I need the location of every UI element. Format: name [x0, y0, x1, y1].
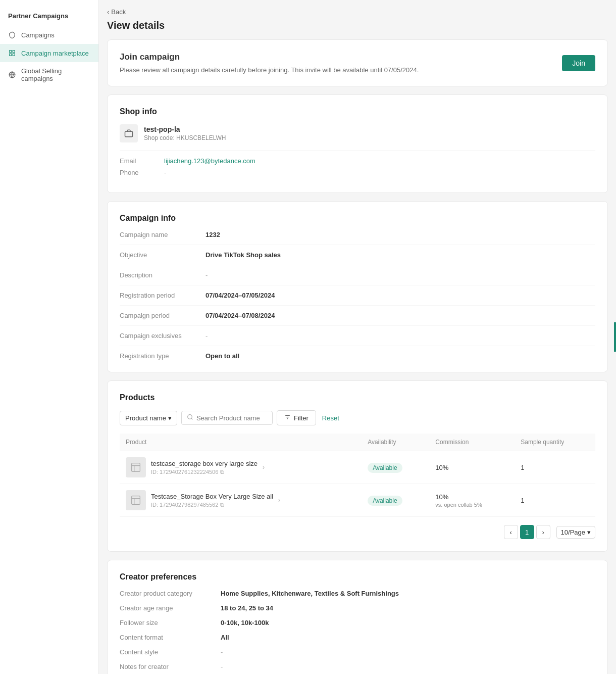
campaign-exclusives-row: Campaign exclusives -	[120, 332, 595, 346]
availability-cell-1: Available	[362, 484, 429, 517]
email-row: Email lijiacheng.123@bytedance.com	[120, 157, 595, 165]
expand-icon-1[interactable]: ›	[278, 497, 280, 504]
shield-icon	[8, 31, 16, 39]
join-button[interactable]: Join	[562, 55, 595, 71]
col-sample-qty: Sample quantity	[515, 434, 595, 451]
campaign-name-row: Campaign name 1232	[120, 231, 595, 245]
creator-pref-value-0: Home Supplies, Kitchenware, Textiles & S…	[221, 590, 399, 597]
campaign-exclusives-value: -	[206, 332, 208, 340]
page-1-button[interactable]: 1	[520, 525, 534, 539]
creator-pref-label-0: Creator product category	[120, 590, 221, 597]
availability-cell-0: Available	[362, 451, 429, 484]
creator-pref-value-4: -	[221, 648, 223, 656]
copy-icon-0[interactable]: ⧉	[220, 469, 224, 475]
svg-rect-1	[13, 51, 15, 53]
products-table: Product Availability Commission Sample q…	[120, 434, 595, 517]
back-label: Back	[111, 8, 126, 16]
filter-button[interactable]: Filter	[277, 410, 316, 425]
creator-pref-row-2: Follower size 0-10k, 10k-100k	[120, 619, 595, 627]
email-value: lijiacheng.123@bytedance.com	[164, 157, 255, 165]
shop-name: test-pop-la	[144, 125, 226, 133]
shop-code: Shop code: HKUSCBELELWH	[144, 134, 226, 141]
svg-rect-6	[125, 131, 133, 137]
search-input[interactable]	[196, 414, 267, 422]
campaign-info-title: Campaign info	[120, 214, 595, 223]
main-content: ‹ Back View details Join campaign Please…	[99, 0, 616, 674]
description-row: Description -	[120, 271, 595, 285]
globe-icon	[8, 71, 16, 79]
products-title: Products	[120, 393, 595, 402]
products-card: Products Product name ▾ Filter	[107, 380, 608, 552]
objective-label: Objective	[120, 251, 206, 259]
scrollbar-accent	[614, 322, 616, 352]
sidebar-title: Partner Campaigns	[0, 8, 98, 26]
per-page-label: 10/Page	[561, 528, 585, 536]
sidebar-item-campaign-marketplace[interactable]: Campaign marketplace	[0, 44, 98, 62]
sample-qty-cell-1: 1	[515, 484, 595, 517]
description-value: -	[206, 271, 208, 279]
sidebar: Partner Campaigns Campaigns Campaign mar…	[0, 0, 99, 674]
product-thumb-0	[126, 457, 146, 477]
expand-icon-0[interactable]: ›	[263, 464, 265, 471]
registration-period-row: Registration period 07/04/2024–07/05/202…	[120, 292, 595, 306]
back-button[interactable]: ‹ Back	[107, 0, 608, 20]
search-wrapper	[181, 411, 273, 425]
campaign-period-label: Campaign period	[120, 312, 206, 319]
objective-value: Drive TikTok Shop sales	[206, 251, 281, 259]
commission-cell-0: 10%	[429, 451, 515, 484]
chevron-down-icon: ▾	[168, 414, 172, 422]
per-page-chevron-icon: ▾	[587, 528, 591, 536]
sample-qty-value-1: 1	[521, 497, 524, 504]
sidebar-item-global-selling[interactable]: Global Selling campaigns	[0, 62, 98, 87]
product-name-dropdown-label: Product name	[125, 414, 166, 422]
registration-type-label: Registration type	[120, 352, 206, 360]
sidebar-item-global-label: Global Selling campaigns	[21, 67, 90, 82]
campaign-name-value: 1232	[206, 231, 220, 238]
col-commission: Commission	[429, 434, 515, 451]
sample-qty-value-0: 1	[521, 464, 524, 471]
shop-icon	[120, 124, 138, 142]
creator-pref-row-0: Creator product category Home Supplies, …	[120, 590, 595, 597]
col-product: Product	[120, 434, 362, 451]
chevron-left-icon: ‹	[107, 8, 109, 16]
shop-details: test-pop-la Shop code: HKUSCBELELWH	[144, 125, 226, 141]
creator-pref-label-1: Creator age range	[120, 604, 221, 612]
next-page-button[interactable]: ›	[536, 525, 550, 539]
creator-preferences-card: Creator preferences Creator product cate…	[107, 560, 608, 674]
phone-row: Phone -	[120, 169, 595, 176]
creator-pref-value-1: 18 to 24, 25 to 34	[221, 604, 273, 612]
product-name-dropdown[interactable]: Product name ▾	[120, 411, 177, 425]
reset-button[interactable]: Reset	[320, 411, 341, 425]
join-campaign-info: Join campaign Please review all campaign…	[120, 52, 419, 74]
copy-icon-1[interactable]: ⧉	[220, 502, 224, 508]
svg-rect-11	[132, 463, 140, 472]
prev-page-button[interactable]: ‹	[504, 525, 518, 539]
campaign-info-card: Campaign info Campaign name 1232 Objecti…	[107, 201, 608, 372]
campaign-name-label: Campaign name	[120, 231, 206, 238]
svg-rect-14	[132, 496, 140, 505]
table-row: testcase_storage box very large size ID:…	[120, 451, 595, 484]
per-page-select[interactable]: 10/Page ▾	[556, 526, 595, 539]
commission-value-1: 10%	[435, 493, 508, 501]
shop-info-title: Shop info	[120, 107, 595, 116]
join-campaign-card: Join campaign Please review all campaign…	[107, 39, 608, 86]
campaign-info-grid: Campaign name 1232 Objective Drive TikTo…	[120, 231, 595, 360]
join-campaign-title: Join campaign	[120, 52, 419, 62]
creator-pref-row-4: Content style -	[120, 648, 595, 656]
filter-icon	[284, 414, 291, 422]
products-filter: Product name ▾ Filter Reset	[120, 410, 595, 425]
product-name-0: testcase_storage box very large size	[151, 460, 258, 467]
creator-pref-label-5: Notes for creator	[120, 663, 221, 670]
creator-pref-label-4: Content style	[120, 648, 221, 656]
product-id-0: ID: 1729402761232224506 ⧉	[151, 469, 258, 475]
commission-sub-1: vs. open collab 5%	[435, 502, 508, 508]
creator-pref-value-5: -	[221, 663, 223, 670]
registration-type-value: Open to all	[206, 352, 239, 360]
svg-rect-3	[13, 54, 15, 56]
campaign-period-row: Campaign period 07/04/2024–07/08/2024	[120, 312, 595, 326]
creator-pref-value-2: 0-10k, 10k-100k	[221, 619, 269, 627]
product-thumb-1	[126, 490, 146, 510]
sidebar-item-campaigns[interactable]: Campaigns	[0, 26, 98, 44]
email-label: Email	[120, 157, 160, 165]
grid-icon	[8, 49, 16, 57]
